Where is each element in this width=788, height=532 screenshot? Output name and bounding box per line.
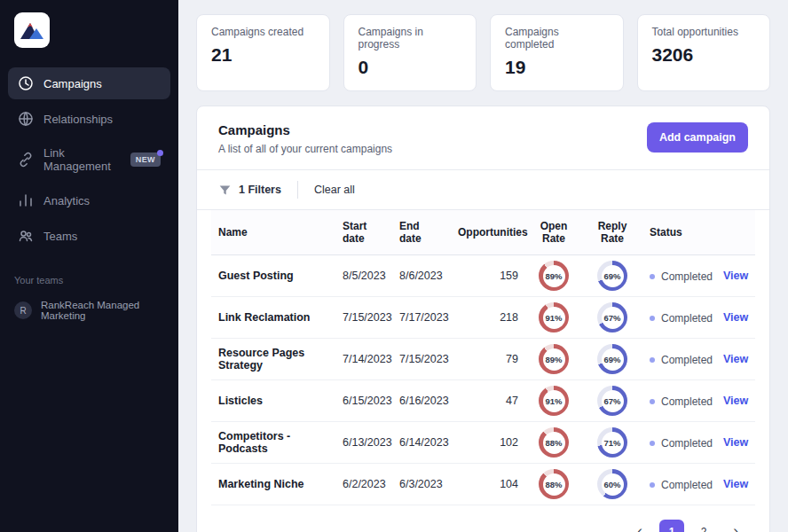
filters-button[interactable]: 1 Filters xyxy=(218,184,281,197)
app-logo[interactable] xyxy=(14,12,50,48)
table-row: Listicles 6/15/2023 6/16/2023 47 91% 67% xyxy=(211,380,755,422)
campaigns-table: Name Start date End date Opportunities O… xyxy=(211,210,755,505)
status-badge: Completed xyxy=(661,437,713,450)
stat-card-total-opportunities: Total opportunities 3206 xyxy=(637,14,771,91)
filters-count-label: 1 Filters xyxy=(239,184,281,196)
table-row: Guest Posting 8/5/2023 8/6/2023 159 89% … xyxy=(211,255,755,297)
campaign-name: Link Reclamation xyxy=(211,297,335,339)
reply-rate-value: 67% xyxy=(602,307,624,329)
filter-bar: 1 Filters Clear all xyxy=(197,169,769,210)
main-content: Campaigns created 21 Campaigns in progre… xyxy=(178,0,788,532)
end-date: 7/17/2023 xyxy=(392,297,451,339)
reply-rate-value: 71% xyxy=(602,432,624,454)
open-rate-cell: 88% xyxy=(525,422,582,464)
team-item[interactable]: R RankReach Managed Marketing xyxy=(0,294,178,326)
view-link[interactable]: View xyxy=(723,270,748,282)
people-icon xyxy=(18,228,34,244)
status-cell: Completed xyxy=(642,464,716,505)
end-date: 7/15/2023 xyxy=(392,339,451,380)
status-dot xyxy=(650,357,655,363)
campaign-name: Marketing Niche xyxy=(211,464,335,505)
status-dot xyxy=(650,482,655,488)
sidebar-item-label: Teams xyxy=(43,230,77,243)
opportunities-count: 79 xyxy=(451,339,525,380)
funnel-icon xyxy=(218,184,232,197)
table-header-row: Name Start date End date Opportunities O… xyxy=(211,210,755,255)
clear-all-button[interactable]: Clear all xyxy=(314,184,355,196)
sidebar-item-analytics[interactable]: Analytics xyxy=(8,184,170,216)
start-date: 6/15/2023 xyxy=(335,380,392,422)
campaigns-card: Campaigns A list of all of your current … xyxy=(196,106,770,532)
campaigns-card-header: Campaigns A list of all of your current … xyxy=(197,122,769,155)
add-campaign-button[interactable]: Add campaign xyxy=(647,122,748,153)
sidebar-item-campaigns[interactable]: Campaigns xyxy=(8,67,170,99)
table-row: Resource Pages Strategy 7/14/2023 7/15/2… xyxy=(211,339,755,380)
stat-value: 3206 xyxy=(652,44,756,66)
view-link[interactable]: View xyxy=(723,311,748,324)
start-date: 6/2/2023 xyxy=(335,464,392,505)
col-status: Status xyxy=(642,210,716,255)
page-button-2[interactable]: 2 xyxy=(691,520,716,532)
open-rate-value: 91% xyxy=(543,307,565,329)
sidebar-item-teams[interactable]: Teams xyxy=(8,220,170,252)
open-rate-ring: 91% xyxy=(539,302,569,332)
status-badge: Completed xyxy=(661,270,713,283)
reply-rate-cell: 69% xyxy=(582,255,642,297)
open-rate-ring: 89% xyxy=(539,344,569,374)
sidebar-item-label: Link Management xyxy=(43,146,117,173)
reply-rate-cell: 71% xyxy=(582,422,642,464)
stat-card-campaigns-in-progress: Campaigns in progress 0 xyxy=(343,14,477,91)
status-dot xyxy=(650,399,655,404)
reply-rate-ring: 67% xyxy=(597,386,627,416)
opportunities-count: 104 xyxy=(451,464,525,505)
reply-rate-cell: 67% xyxy=(582,297,642,339)
page-title: Campaigns xyxy=(218,122,392,137)
col-start-date: Start date xyxy=(335,210,392,255)
link-icon xyxy=(18,152,34,168)
reply-rate-value: 69% xyxy=(602,348,624,371)
view-link[interactable]: View xyxy=(723,436,748,449)
open-rate-value: 88% xyxy=(543,473,565,496)
reply-rate-value: 60% xyxy=(602,473,624,496)
status-cell: Completed xyxy=(642,422,716,464)
prev-page-button[interactable]: ‹ xyxy=(627,520,652,532)
open-rate-cell: 91% xyxy=(525,380,582,422)
reply-rate-value: 67% xyxy=(602,390,624,412)
status-dot xyxy=(650,316,655,321)
mountain-logo-icon xyxy=(17,15,47,45)
col-open-rate: Open Rate xyxy=(525,210,582,255)
stat-value: 21 xyxy=(211,44,315,66)
sidebar-item-relationships[interactable]: Relationships xyxy=(8,103,170,135)
campaign-name: Guest Posting xyxy=(211,255,335,297)
col-reply-rate: Reply Rate xyxy=(582,210,642,255)
table-row: Link Reclamation 7/15/2023 7/17/2023 218… xyxy=(211,297,755,339)
view-link[interactable]: View xyxy=(723,478,748,490)
sidebar-nav: Campaigns Relationships Link Management … xyxy=(0,67,178,252)
end-date: 6/16/2023 xyxy=(392,380,451,422)
open-rate-cell: 89% xyxy=(525,339,582,380)
view-link[interactable]: View xyxy=(723,395,748,407)
status-cell: Completed xyxy=(642,380,716,422)
status-dot xyxy=(650,274,655,279)
page-button-1[interactable]: 1 xyxy=(659,520,684,532)
status-badge: Completed xyxy=(661,479,713,491)
notification-dot xyxy=(157,150,163,156)
team-label: RankReach Managed Marketing xyxy=(41,300,164,321)
end-date: 6/3/2023 xyxy=(392,464,451,505)
sidebar-item-label: Campaigns xyxy=(43,77,102,90)
reply-rate-ring: 69% xyxy=(597,344,627,374)
start-date: 8/5/2023 xyxy=(335,255,392,297)
page-subtitle: A list of all of your current campaigns xyxy=(218,143,392,155)
reply-rate-value: 69% xyxy=(602,265,624,287)
view-link[interactable]: View xyxy=(723,353,748,365)
reply-rate-ring: 71% xyxy=(597,427,627,458)
your-teams-heading: Your teams xyxy=(14,275,164,286)
status-cell: Completed xyxy=(642,297,716,339)
col-end-date: End date xyxy=(392,210,451,255)
next-page-button[interactable]: › xyxy=(723,520,748,532)
reply-rate-ring: 60% xyxy=(597,469,627,499)
stat-value: 19 xyxy=(505,57,609,78)
start-date: 6/13/2023 xyxy=(335,422,392,464)
col-actions xyxy=(716,210,755,255)
sidebar-item-link-management[interactable]: Link Management NEW xyxy=(8,138,170,181)
